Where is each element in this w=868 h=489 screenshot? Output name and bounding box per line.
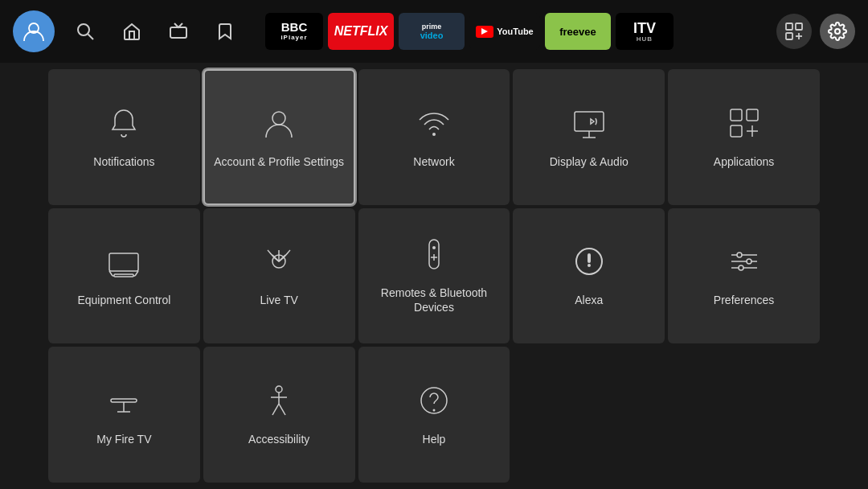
apps-grid-icon[interactable] [776, 14, 812, 49]
svg-rect-16 [747, 109, 758, 121]
youtube-play-icon [476, 26, 493, 38]
tv-equipment-icon [106, 244, 141, 283]
itv-hub-app[interactable]: ITV HUB [616, 13, 674, 50]
preferences-label: Preferences [714, 293, 774, 307]
nav-right-icons [776, 14, 855, 49]
svg-line-45 [279, 404, 285, 415]
equipment-control-label: Equipment Control [77, 293, 170, 307]
grid-item-my-fire-tv[interactable]: My Fire TV [48, 347, 200, 483]
svg-line-44 [272, 404, 279, 415]
svg-rect-4 [786, 23, 792, 30]
account-label: Account & Profile Settings [214, 154, 344, 169]
sliders-icon [727, 244, 762, 283]
svg-rect-6 [786, 33, 792, 39]
apps-icon [727, 105, 762, 145]
svg-line-2 [88, 35, 94, 40]
netflix-app[interactable]: NETFLIX [328, 13, 394, 50]
grid-item-preferences[interactable]: Preferences [668, 208, 820, 344]
remotes-bluetooth-label: Remotes & Bluetooth Devices [366, 286, 502, 314]
svg-line-21 [109, 271, 113, 276]
wifi-icon [416, 105, 452, 145]
svg-rect-20 [109, 253, 138, 271]
grid-item-help[interactable]: Help [358, 347, 510, 483]
grid-item-display-audio[interactable]: Display & Audio [513, 69, 665, 205]
grid-item-notifications[interactable]: Notifications [48, 69, 200, 205]
applications-label: Applications [714, 154, 775, 169]
person-icon [261, 105, 297, 145]
prime-video-app[interactable]: prime video [399, 13, 465, 50]
help-icon [416, 383, 452, 422]
home-icon[interactable] [116, 15, 148, 47]
antenna-icon [261, 244, 297, 283]
svg-rect-15 [731, 109, 742, 121]
svg-point-41 [276, 386, 282, 392]
my-fire-tv-label: My Fire TV [96, 432, 151, 446]
svg-point-31 [588, 264, 591, 267]
grid-item-account[interactable]: Account & Profile Settings [203, 69, 355, 205]
youtube-label: YouTube [497, 27, 533, 36]
grid-item-alexa[interactable]: Alexa [513, 208, 665, 344]
settings-grid: Notifications Account & Profile Settings… [0, 63, 868, 489]
svg-rect-38 [111, 399, 137, 402]
network-label: Network [413, 154, 454, 169]
bookmark-icon[interactable] [209, 15, 241, 47]
firetv-icon [106, 383, 141, 422]
svg-rect-3 [170, 27, 186, 38]
svg-rect-24 [114, 274, 133, 277]
svg-point-37 [739, 265, 743, 270]
netflix-label: NETFLIX [334, 24, 388, 39]
svg-point-10 [272, 112, 285, 125]
remote-icon [416, 236, 452, 276]
alexa-icon [571, 244, 607, 283]
display-icon [571, 105, 607, 145]
svg-rect-17 [731, 125, 742, 137]
streaming-apps-row: BBC iPlayer NETFLIX prime video YouTube … [265, 13, 764, 50]
youtube-app[interactable]: YouTube [469, 13, 540, 50]
grid-item-remotes-bluetooth[interactable]: Remotes & Bluetooth Devices [358, 208, 510, 344]
display-audio-label: Display & Audio [550, 154, 628, 169]
accessibility-label: Accessibility [248, 432, 309, 446]
live-tv-label: Live TV [260, 293, 298, 307]
svg-point-36 [747, 259, 751, 264]
search-icon[interactable] [69, 15, 101, 47]
svg-point-9 [835, 29, 840, 34]
svg-point-1 [78, 24, 89, 35]
bell-icon [106, 105, 141, 145]
grid-item-applications[interactable]: Applications [668, 69, 820, 205]
freevee-app[interactable]: freevee [545, 13, 611, 50]
user-avatar[interactable] [13, 10, 55, 52]
svg-rect-12 [575, 112, 604, 131]
accessibility-icon [261, 383, 297, 422]
svg-line-22 [135, 271, 138, 276]
top-navigation: BBC iPlayer NETFLIX prime video YouTube … [0, 0, 868, 63]
help-label: Help [423, 432, 446, 446]
svg-rect-5 [796, 23, 802, 30]
svg-point-35 [737, 253, 742, 257]
svg-point-47 [432, 409, 435, 412]
settings-icon[interactable] [820, 14, 855, 49]
grid-item-accessibility[interactable]: Accessibility [203, 347, 355, 483]
tv-icon[interactable] [162, 15, 194, 47]
svg-point-27 [432, 246, 436, 249]
notifications-label: Notifications [93, 154, 154, 169]
alexa-label: Alexa [575, 293, 603, 307]
nav-left-icons [13, 10, 241, 52]
freevee-label: freevee [559, 26, 596, 38]
bbc-iplayer-app[interactable]: BBC iPlayer [265, 13, 323, 50]
svg-point-11 [432, 133, 436, 136]
grid-item-equipment-control[interactable]: Equipment Control [48, 208, 200, 344]
grid-item-network[interactable]: Network [358, 69, 510, 205]
grid-item-live-tv[interactable]: Live TV [203, 208, 355, 344]
